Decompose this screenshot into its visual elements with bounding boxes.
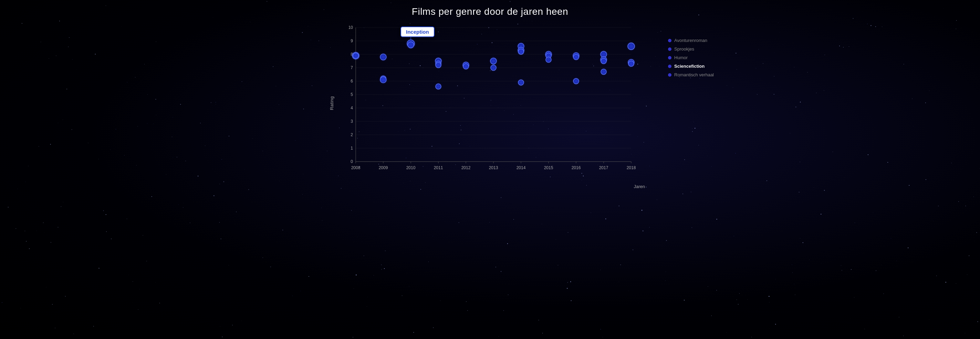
legend-dot: [668, 39, 671, 42]
legend-item[interactable]: Sciencefiction: [668, 63, 714, 69]
legend: AvonturenromanSprookjesHumorScienceficti…: [668, 38, 714, 78]
legend-label: Sprookjes: [674, 46, 694, 52]
legend-label: Humor: [674, 55, 688, 60]
chart-area: Rating Jaren Inception AvonturenromanSpr…: [335, 21, 645, 186]
legend-dot: [668, 65, 671, 68]
legend-dot: [668, 48, 671, 51]
legend-label: Romantisch verhaal: [674, 72, 714, 78]
chart-title: Films per genre door de jaren heen: [412, 6, 568, 17]
legend-label: Avonturenroman: [674, 38, 707, 43]
legend-dot: [668, 73, 671, 77]
legend-item[interactable]: Humor: [668, 55, 714, 60]
chart-canvas: [335, 21, 645, 179]
legend-label: Sciencefiction: [674, 63, 705, 69]
chart-container: Films per genre door de jaren heen Ratin…: [0, 0, 980, 339]
x-axis-label: Jaren: [633, 184, 645, 189]
legend-dot: [668, 56, 671, 60]
legend-item[interactable]: Romantisch verhaal: [668, 72, 714, 78]
legend-item[interactable]: Sprookjes: [668, 46, 714, 52]
legend-item[interactable]: Avonturenroman: [668, 38, 714, 43]
y-axis-label: Rating: [329, 96, 334, 110]
